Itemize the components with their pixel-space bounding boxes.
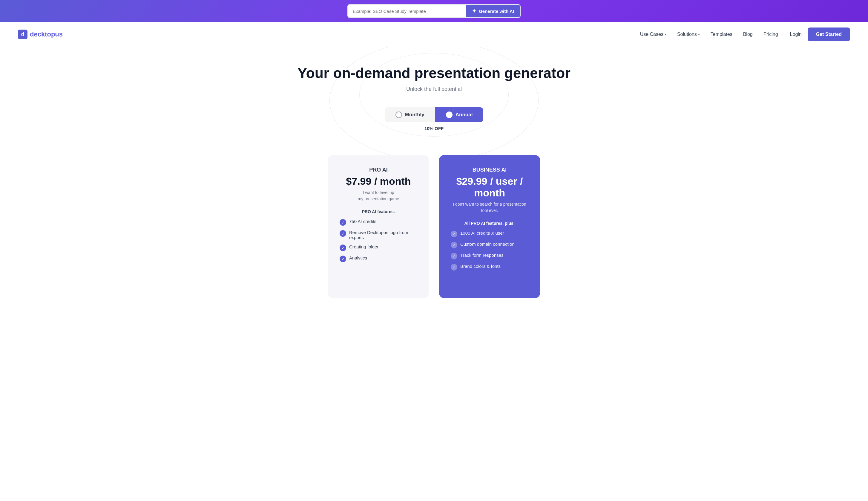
annual-radio bbox=[446, 111, 452, 118]
check-icon: ✓ bbox=[451, 264, 457, 270]
feature-item: ✓ 750 AI credits bbox=[340, 219, 417, 226]
billing-toggle: Monthly Annual bbox=[6, 107, 862, 122]
logo[interactable]: d decktopus bbox=[18, 30, 63, 39]
feature-item: ✓ Brand colors & fonts bbox=[451, 264, 528, 270]
nav-link-solutions[interactable]: Solutions ▾ bbox=[677, 32, 700, 37]
check-icon: ✓ bbox=[340, 230, 346, 237]
business-plan-price: $29.99 / user / month bbox=[451, 175, 528, 199]
pro-feature-list: ✓ 750 AI credits ✓ Remove Decktopus logo… bbox=[340, 219, 417, 262]
feature-text: 1000 AI credits X user bbox=[460, 231, 504, 236]
hero-section: Your on-demand presentation generator Un… bbox=[0, 47, 868, 155]
business-plan-name: BUSINESS AI bbox=[451, 167, 528, 173]
feature-text: Remove Decktopus logo from exports bbox=[349, 230, 417, 240]
pro-ai-card: PRO AI $7.99 / month I want to level upm… bbox=[328, 155, 429, 298]
logo-icon: d bbox=[18, 30, 28, 39]
monthly-label: Monthly bbox=[405, 112, 425, 118]
pricing-section: PRO AI $7.99 / month I want to level upm… bbox=[0, 155, 868, 316]
generate-label: Generate with AI bbox=[479, 9, 514, 14]
pro-plan-desc: I want to level upmy presentation game bbox=[340, 190, 417, 202]
navbar: d decktopus Use Cases ▾ Solutions ▾ Temp… bbox=[0, 22, 868, 47]
chevron-down-icon: ▾ bbox=[664, 32, 666, 36]
nav-item-pricing[interactable]: Pricing bbox=[763, 32, 778, 37]
nav-item-use-cases[interactable]: Use Cases ▾ bbox=[640, 32, 666, 37]
nav-item-blog[interactable]: Blog bbox=[743, 32, 753, 37]
feature-item: ✓ Creating folder bbox=[340, 244, 417, 251]
annual-label: Annual bbox=[455, 112, 473, 118]
pro-features-label: PRO AI features: bbox=[340, 209, 417, 214]
discount-badge: 10% OFF bbox=[6, 126, 862, 131]
nav-item-solutions[interactable]: Solutions ▾ bbox=[677, 32, 700, 37]
login-link[interactable]: Login bbox=[790, 32, 802, 37]
feature-item: ✓ Remove Decktopus logo from exports bbox=[340, 230, 417, 240]
business-feature-list: ✓ 1000 AI credits X user ✓ Custom domain… bbox=[451, 231, 528, 270]
nav-link-templates[interactable]: Templates bbox=[711, 32, 733, 37]
nav-item-templates[interactable]: Templates bbox=[711, 32, 733, 37]
feature-text: Brand colors & fonts bbox=[460, 264, 501, 269]
logo-text: decktopus bbox=[30, 31, 63, 38]
get-started-button[interactable]: Get Started bbox=[807, 28, 850, 41]
chevron-down-icon: ▾ bbox=[698, 32, 700, 36]
radio-dot bbox=[448, 113, 451, 116]
feature-text: 750 AI credits bbox=[349, 219, 376, 224]
hero-title: Your on-demand presentation generator bbox=[6, 65, 862, 81]
feature-text: Creating folder bbox=[349, 244, 378, 249]
check-icon: ✓ bbox=[340, 245, 346, 251]
feature-text: Track form responses bbox=[460, 253, 504, 258]
sparkle-icon: ✦ bbox=[472, 8, 476, 14]
pro-plan-price: $7.99 / month bbox=[340, 175, 417, 187]
feature-item: ✓ 1000 AI credits X user bbox=[451, 231, 528, 237]
feature-item: ✓ Custom domain connection bbox=[451, 242, 528, 248]
hero-subtitle: Unlock the full potential bbox=[6, 86, 862, 92]
monthly-radio bbox=[395, 111, 402, 118]
business-ai-card: BUSINESS AI $29.99 / user / month I don'… bbox=[439, 155, 540, 298]
feature-text: Analytics bbox=[349, 255, 367, 260]
nav-link-use-cases[interactable]: Use Cases ▾ bbox=[640, 32, 666, 37]
check-icon: ✓ bbox=[451, 242, 457, 248]
annual-toggle[interactable]: Annual bbox=[435, 107, 484, 122]
feature-item: ✓ Track form responses bbox=[451, 253, 528, 259]
top-banner: ✦ Generate with AI bbox=[0, 0, 868, 22]
search-input[interactable] bbox=[348, 5, 466, 17]
nav-links: Use Cases ▾ Solutions ▾ Templates Blog P… bbox=[640, 32, 778, 37]
nav-link-blog[interactable]: Blog bbox=[743, 32, 753, 37]
check-icon: ✓ bbox=[340, 219, 346, 226]
generate-with-ai-button[interactable]: ✦ Generate with AI bbox=[466, 5, 520, 17]
monthly-toggle[interactable]: Monthly bbox=[385, 107, 435, 122]
check-icon: ✓ bbox=[451, 253, 457, 259]
pro-plan-name: PRO AI bbox=[340, 167, 417, 173]
hero-bg-decoration bbox=[329, 47, 539, 155]
check-icon: ✓ bbox=[451, 231, 457, 237]
business-features-label: All PRO AI features, plus: bbox=[451, 221, 528, 226]
check-icon: ✓ bbox=[340, 256, 346, 262]
business-plan-desc: I don't want to search for a presentatio… bbox=[451, 201, 528, 214]
nav-link-pricing[interactable]: Pricing bbox=[763, 32, 778, 37]
search-bar: ✦ Generate with AI bbox=[348, 4, 520, 18]
feature-item: ✓ Analytics bbox=[340, 255, 417, 262]
feature-text: Custom domain connection bbox=[460, 242, 515, 247]
